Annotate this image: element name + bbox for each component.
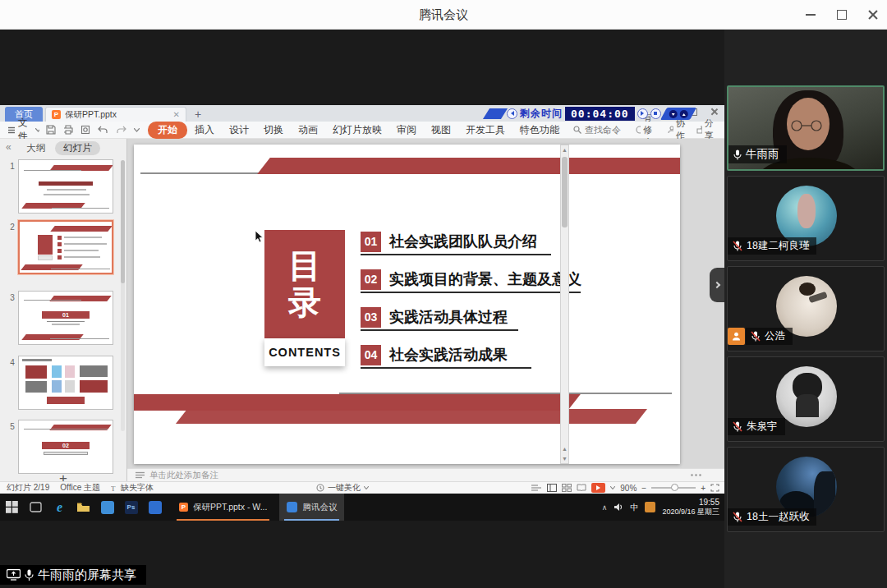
slideshow-play-button[interactable] [591, 483, 605, 493]
notes-bar[interactable]: 单击此处添加备注 [127, 468, 724, 481]
meeting-app-button[interactable] [143, 494, 167, 521]
participant-tile-zhaoyueshou[interactable]: 18土一赵跃收 [727, 447, 885, 532]
file-explorer-button[interactable] [71, 494, 95, 521]
participant-label: 牛雨雨 [728, 145, 787, 163]
taskbar-window-wps[interactable]: P 保研PPT.pptx - W... [172, 494, 274, 521]
wps-document-tab[interactable]: P 保研PPT.pptx ✕ [45, 107, 186, 122]
notes-toggle-icon[interactable] [531, 484, 542, 492]
toc-item-3[interactable]: 03 实践活动具体过程 [361, 305, 508, 329]
canvas-scrollbar[interactable]: ▲ ▲ ▼ [560, 145, 569, 464]
participant-tile-keliangjin[interactable]: 18建二柯良瑾 [727, 176, 885, 261]
panel-collapse-icon[interactable]: « [6, 141, 11, 153]
command-search[interactable] [573, 125, 636, 135]
slide-thumbnail-2-selected[interactable] [18, 220, 113, 274]
edge-browser-button[interactable]: e [48, 494, 71, 521]
blue-app-button[interactable] [95, 494, 119, 521]
more-icon[interactable] [691, 474, 701, 476]
print-icon[interactable] [63, 125, 73, 135]
redo-icon[interactable] [116, 126, 126, 135]
ribbon-tab-insert[interactable]: 插入 [187, 122, 222, 139]
new-tab-button[interactable]: + [195, 107, 201, 122]
zoom-slider[interactable] [651, 487, 696, 489]
toc-underline [361, 292, 581, 293]
slide-thumbnail-5[interactable]: 02 [18, 420, 113, 474]
maximize-icon[interactable] [836, 9, 848, 21]
scrollbar-thumb[interactable] [562, 157, 568, 227]
reading-view-icon[interactable] [577, 484, 586, 492]
active-underline [177, 519, 269, 521]
ribbon-tab-home[interactable]: 开始 [148, 122, 187, 139]
undo-icon[interactable] [98, 126, 108, 135]
collaborate-icon [668, 126, 673, 134]
zoom-slider-knob[interactable] [671, 484, 678, 491]
volume-icon[interactable] [614, 503, 623, 512]
toc-item-number: 01 [361, 232, 381, 252]
toc-title-box[interactable]: 目 录 [264, 230, 345, 338]
ribbon-tab-transition[interactable]: 切换 [256, 122, 291, 139]
ime-indicator[interactable]: 中 [630, 502, 638, 513]
participant-name: 18土一赵跃收 [747, 510, 809, 524]
mic-muted-icon [733, 512, 742, 522]
countdown-timer-widget: 剩余时间 00:04:00 [486, 106, 693, 121]
toc-item-2[interactable]: 02 实践项目的背景、主题及意义 [361, 267, 581, 292]
mic-icon [25, 569, 34, 581]
slide-thumbnail-3[interactable]: 01 [18, 291, 113, 345]
missing-fonts-indicator[interactable]: T 缺失字体 [111, 482, 154, 494]
slide-thumbnail-1[interactable] [18, 159, 113, 214]
participant-tile-zhuquanyu[interactable]: 朱泉宇 [727, 356, 885, 442]
participant-tile-gonghao[interactable]: 公浩 [727, 266, 885, 351]
next-slide-icon[interactable]: ▼ [561, 454, 568, 463]
taskbar-clock[interactable]: 19:55 2020/9/16 星期三 [662, 498, 719, 517]
toc-item-4[interactable]: 04 社会实践活动成果 [361, 342, 508, 367]
timer-stop-button[interactable] [650, 108, 661, 119]
tray-app-icon[interactable] [645, 502, 655, 512]
screen-share-area: 首页 P 保研PPT.pptx ✕ + 剩余时间 00:04:00 [0, 30, 724, 588]
preview-icon[interactable] [80, 125, 90, 135]
timer-start-button[interactable] [637, 108, 648, 119]
ribbon-tab-features[interactable]: 特色功能 [512, 122, 567, 139]
ribbon-tab-design[interactable]: 设计 [222, 122, 256, 139]
scroll-up-icon[interactable]: ▲ [561, 145, 568, 154]
tab-slides[interactable]: 幻灯片 [55, 141, 100, 155]
taskview-button[interactable] [24, 494, 48, 521]
ribbon-tab-slideshow[interactable]: 幻灯片放映 [325, 122, 389, 139]
ribbon-tab-devtools[interactable]: 开发工具 [458, 122, 512, 139]
ribbon-tab-view[interactable]: 视图 [424, 122, 458, 139]
panel-scrollbar[interactable] [121, 160, 125, 431]
zoom-in-button[interactable]: + [701, 484, 705, 493]
beautify-button[interactable]: 一键美化 [316, 482, 369, 494]
sidebar-collapse-button[interactable] [710, 268, 724, 302]
slide-thumbnail-4[interactable] [18, 356, 113, 410]
minimize-icon[interactable] [805, 9, 816, 21]
ribbon-tab-review[interactable]: 审阅 [389, 122, 424, 139]
zoom-out-button[interactable]: − [641, 484, 646, 493]
toc-item-text: 社会实践团队队员介绍 [389, 232, 537, 251]
ribbon-tab-animation[interactable]: 动画 [291, 122, 325, 139]
slide-sorter-icon[interactable] [562, 484, 572, 492]
save-icon[interactable] [46, 125, 56, 135]
toc-item-1[interactable]: 01 社会实践团队队员介绍 [361, 229, 537, 254]
prev-slide-icon[interactable]: ▲ [561, 444, 568, 453]
tab-outline[interactable]: 大纲 [26, 142, 45, 154]
tab-close-icon[interactable]: ✕ [173, 111, 180, 119]
zoom-level[interactable]: 90% [620, 484, 637, 493]
notes-icon [136, 471, 145, 479]
timer-down-icon[interactable] [669, 109, 677, 117]
theme-name[interactable]: Office 主题 [60, 482, 100, 494]
timer-up-icon[interactable] [679, 109, 687, 117]
slide-canvas[interactable]: 目 录 CONTENTS 01 社会实践团队队员介绍 02 实践项目的背景、主题… [134, 145, 680, 464]
beautify-icon [316, 484, 324, 492]
timer-back-button[interactable] [507, 108, 517, 119]
normal-view-icon[interactable] [547, 484, 557, 492]
photoshop-button[interactable]: Ps [119, 494, 143, 521]
chevron-down-icon[interactable] [610, 486, 615, 489]
start-button[interactable] [0, 494, 24, 521]
hidden-icons-chevron[interactable]: ∧ [602, 503, 608, 512]
fit-window-icon[interactable] [710, 484, 719, 492]
taskbar-window-meeting[interactable]: 腾讯会议 [279, 494, 344, 521]
participant-tile-niuyuyu[interactable]: 牛雨雨 [727, 85, 885, 171]
close-icon[interactable] [867, 9, 879, 21]
chevron-down-icon[interactable] [134, 128, 140, 132]
toc-subtitle-box[interactable]: CONTENTS [264, 338, 345, 366]
search-input[interactable] [585, 125, 636, 135]
